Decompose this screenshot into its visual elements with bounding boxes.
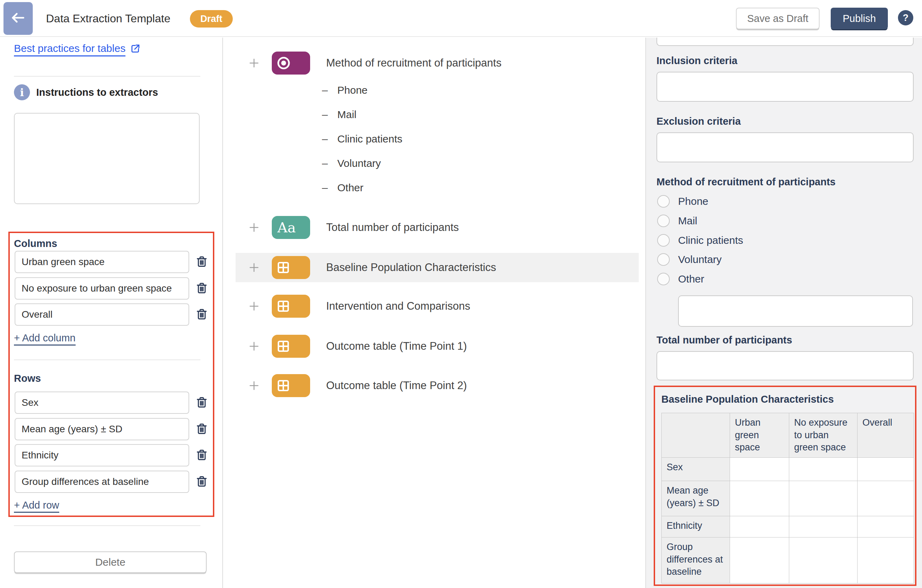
- table-row: Group differences at baseline: [662, 537, 914, 583]
- table-corner-cell: [662, 413, 730, 458]
- table-row-label: Mean age (years) ± SD: [662, 481, 730, 516]
- table-column-header: No exposure to urban green space: [789, 413, 858, 458]
- table-cell: [730, 457, 789, 481]
- field-item-outcome-table-2[interactable]: Outcome table (Time Point 2): [248, 374, 467, 397]
- other-method-input[interactable]: [678, 296, 913, 327]
- delete-row-button[interactable]: [195, 448, 209, 462]
- save-as-draft-button[interactable]: Save as Draft: [736, 8, 819, 29]
- trash-icon: [195, 448, 209, 463]
- table-cell: [858, 537, 914, 583]
- option-label: Other: [337, 182, 363, 194]
- field-option: – Clinic patients: [322, 131, 402, 147]
- field-item-method-of-recruitment[interactable]: Method of recruitment of participants: [248, 52, 502, 75]
- table-cell: [730, 516, 789, 537]
- field-item-baseline-population-characteristics[interactable]: Baseline Population Characteristics: [248, 256, 496, 279]
- radio-label: Clinic patients: [678, 234, 743, 246]
- rows-heading: Rows: [14, 373, 41, 384]
- column-input[interactable]: [15, 304, 189, 326]
- table-cell: [858, 457, 914, 481]
- add-row-button[interactable]: + Add row: [14, 500, 59, 513]
- inclusion-criteria-input[interactable]: [657, 72, 914, 102]
- option-label: Voluntary: [337, 157, 381, 169]
- table-row: Ethnicity: [662, 516, 914, 537]
- radio-option-phone[interactable]: Phone: [657, 194, 708, 209]
- instructions-header: i Instructions to extractors: [14, 84, 158, 100]
- exclusion-criteria-input[interactable]: [657, 132, 914, 162]
- radio-button-icon[interactable]: [657, 253, 670, 266]
- radio-option-clinic-patients[interactable]: Clinic patients: [657, 233, 743, 248]
- add-field-icon[interactable]: [248, 300, 260, 312]
- table-cell: [730, 537, 789, 583]
- radio-option-other[interactable]: Other: [657, 271, 704, 287]
- text-field-icon: Aa: [272, 216, 310, 239]
- trash-icon: [195, 281, 209, 296]
- trash-icon: [195, 307, 209, 322]
- add-field-icon[interactable]: [248, 222, 260, 234]
- back-button[interactable]: [3, 2, 33, 35]
- field-label: Total number of participants: [326, 221, 459, 234]
- divider: [14, 359, 200, 360]
- best-practices-link-label: Best practices for tables: [14, 42, 126, 56]
- option-label: Clinic patients: [337, 133, 402, 145]
- radio-option-voluntary[interactable]: Voluntary: [657, 252, 722, 267]
- preview-input-partial[interactable]: [657, 38, 914, 46]
- table-column-header: Overall: [858, 413, 914, 458]
- row-input[interactable]: [15, 470, 189, 493]
- instructions-textarea[interactable]: [14, 113, 199, 204]
- table-field-icon: [272, 374, 310, 397]
- template-preview-panel: Inclusion criteria Exclusion criteria Me…: [646, 38, 922, 588]
- columns-heading: Columns: [14, 238, 57, 250]
- row-input[interactable]: [15, 392, 189, 414]
- delete-row-button[interactable]: [195, 422, 209, 436]
- row-input[interactable]: [15, 418, 189, 440]
- field-settings-sidebar: Best practices for tables i Instructions…: [0, 38, 223, 588]
- delete-field-button[interactable]: Delete: [14, 551, 207, 573]
- add-field-icon[interactable]: [248, 340, 260, 352]
- radio-button-icon[interactable]: [657, 215, 670, 227]
- column-input[interactable]: [15, 277, 189, 300]
- total-participants-label: Total number of participants: [657, 335, 792, 346]
- delete-column-button[interactable]: [195, 281, 209, 296]
- total-participants-input[interactable]: [657, 351, 914, 381]
- header-bar: Data Extraction Template Draft Save as D…: [0, 0, 922, 37]
- delete-column-button[interactable]: [195, 255, 209, 269]
- inclusion-criteria-label: Inclusion criteria: [657, 55, 737, 67]
- table-column-header: Urban green space: [730, 413, 789, 458]
- field-label: Intervention and Comparisons: [326, 300, 471, 312]
- table-row-label: Ethnicity: [662, 516, 730, 537]
- page-title: Data Extraction Template: [46, 0, 170, 37]
- radio-button-icon[interactable]: [657, 234, 670, 247]
- table-cell: [858, 516, 914, 537]
- column-input[interactable]: [15, 251, 189, 273]
- delete-row-button[interactable]: [195, 474, 209, 489]
- field-option: – Phone: [322, 83, 368, 98]
- field-option: – Voluntary: [322, 156, 381, 171]
- row-input[interactable]: [15, 444, 189, 466]
- field-item-total-participants[interactable]: Aa Total number of participants: [248, 216, 459, 239]
- radio-button-icon[interactable]: [657, 273, 670, 285]
- best-practices-link[interactable]: Best practices for tables: [14, 42, 141, 56]
- external-link-icon: [130, 43, 141, 56]
- table-cell: [789, 481, 858, 516]
- help-icon[interactable]: ?: [898, 10, 913, 25]
- add-column-button[interactable]: + Add column: [14, 332, 75, 346]
- trash-icon: [195, 422, 209, 437]
- radio-button-icon[interactable]: [657, 195, 670, 207]
- trash-icon: [195, 474, 209, 489]
- template-fields-list: Method of recruitment of participants – …: [223, 38, 646, 588]
- delete-row-button[interactable]: [195, 395, 209, 410]
- add-field-icon[interactable]: [248, 57, 260, 69]
- radio-label: Voluntary: [678, 253, 722, 265]
- add-field-icon[interactable]: [248, 261, 260, 273]
- table-field-icon: [272, 256, 310, 279]
- radio-label: Mail: [678, 215, 697, 227]
- option-dash: –: [322, 109, 330, 121]
- publish-button[interactable]: Publish: [831, 8, 888, 29]
- add-field-icon[interactable]: [248, 380, 260, 392]
- baseline-table-heading: Baseline Population Characteristics: [661, 394, 834, 405]
- delete-column-button[interactable]: [195, 307, 209, 322]
- field-item-outcome-table-1[interactable]: Outcome table (Time Point 1): [248, 335, 467, 358]
- field-item-intervention-and-comparisons[interactable]: Intervention and Comparisons: [248, 295, 471, 318]
- instructions-heading: Instructions to extractors: [36, 87, 158, 98]
- radio-option-mail[interactable]: Mail: [657, 213, 697, 229]
